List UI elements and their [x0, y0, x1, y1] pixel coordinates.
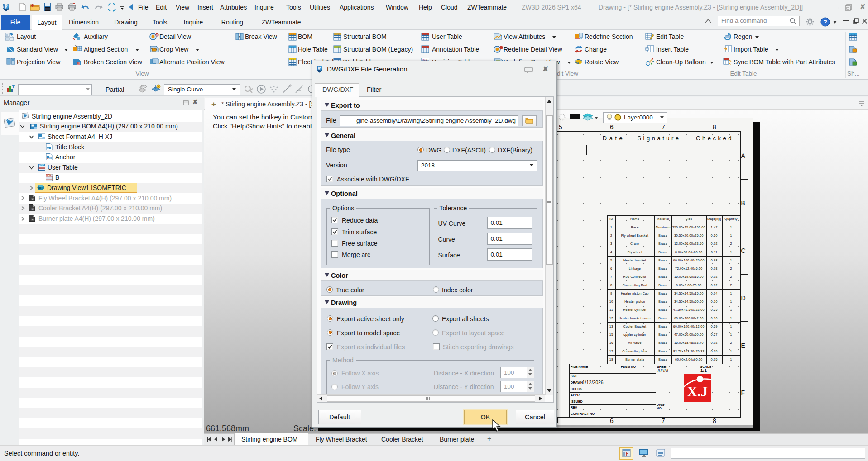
svg-text:a: a: [156, 33, 158, 37]
svg-text:a: a: [580, 37, 582, 40]
svg-text:A: A: [32, 198, 33, 200]
svg-text:DATA: DATA: [39, 164, 45, 166]
svg-text:?: ?: [823, 19, 827, 26]
svg-text:A: A: [32, 219, 33, 221]
svg-text:A: A: [32, 208, 33, 210]
